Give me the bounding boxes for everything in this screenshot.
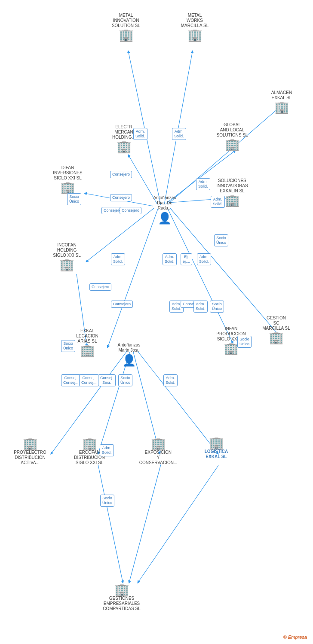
node-difan[interactable]: DIFAN INVERSIONES SIGLO XXI SL 🏢 bbox=[47, 165, 88, 194]
node-logistica-exkal[interactable]: 🏢 LOGISTICA EXKAL SL bbox=[197, 437, 236, 460]
svg-line-1 bbox=[164, 51, 193, 204]
building-icon: 🏢 bbox=[23, 438, 38, 450]
badge-adm-solid-7: Adm.Solid. bbox=[197, 253, 211, 265]
badge-adm-solid-1: Adm.Solid. bbox=[133, 128, 147, 140]
person-icon: 👤 bbox=[122, 354, 136, 367]
svg-line-17 bbox=[138, 465, 218, 583]
building-icon: 🏢 bbox=[274, 101, 289, 113]
node-person-diaz[interactable]: Antoñanzas Diaz De Rada... 👤 bbox=[145, 195, 184, 225]
badge-consejero-1: Consejero bbox=[110, 171, 132, 178]
badge-adm-solid-2: Adm.Solid. bbox=[172, 128, 186, 140]
building-icon: 🏢 bbox=[225, 194, 240, 207]
badge-consej-secr: Consej.Secr. bbox=[98, 374, 116, 386]
badge-ej: Ej.ej.... bbox=[181, 253, 192, 265]
badge-consejero-4: Consejero bbox=[120, 207, 141, 214]
node-metal-innovation[interactable]: METAL INNOVATION SOLUTION SL 🏢 bbox=[107, 13, 145, 41]
badge-adm-solid-3: Adm.Solid. bbox=[196, 178, 210, 190]
building-icon-highlight: 🏢 bbox=[209, 437, 224, 449]
node-global-local[interactable]: GLOBAL AND LOCAL SOLUTIONS SL 🏢 bbox=[211, 122, 254, 151]
badge-consejero-5: Consejero bbox=[89, 283, 111, 291]
svg-line-8 bbox=[168, 209, 233, 343]
building-icon: 🏢 bbox=[59, 259, 74, 271]
badge-adm-solid-10: Adm.Solid. bbox=[163, 374, 178, 386]
node-metal-works[interactable]: METAL WORKS MARCILLA SL 🏢 bbox=[175, 13, 214, 41]
badge-socio-unico-4: SocioÚnico bbox=[237, 336, 252, 348]
badge-socio-unico-2: SocioÚnico bbox=[214, 234, 228, 246]
building-icon: 🏢 bbox=[225, 139, 240, 151]
building-icon: 🏢 bbox=[82, 438, 97, 450]
building-icon: 🏢 bbox=[224, 343, 239, 355]
svg-line-16 bbox=[129, 465, 161, 583]
badge-socio-unico-7: SocioÚnico bbox=[100, 495, 114, 507]
badge-socio-unico-5: SocioÚnico bbox=[61, 340, 75, 352]
building-icon: 🏢 bbox=[80, 345, 95, 357]
node-gestion-sc[interactable]: GESTION SC MARCILLA SL 🏢 bbox=[258, 316, 295, 344]
building-icon: 🏢 bbox=[60, 182, 75, 194]
copyright: © Empresa bbox=[283, 635, 307, 640]
badge-adm-solid-9: Adm.Solid. bbox=[193, 301, 208, 313]
badge-socio-unico-3: SocioÚnico bbox=[210, 301, 224, 313]
person-icon: 👤 bbox=[158, 212, 172, 225]
node-person-marin[interactable]: Antoñanzas Marin Josu 👤 bbox=[110, 343, 148, 367]
node-almacen-exkal[interactable]: ALMACEN EXKAL SL 🏢 bbox=[262, 90, 301, 113]
building-icon: 🏢 bbox=[114, 584, 129, 596]
svg-line-10 bbox=[107, 209, 158, 348]
badge-socio-unico-6: SocioÚnico bbox=[118, 374, 132, 386]
svg-line-15 bbox=[98, 465, 123, 583]
building-icon: 🏢 bbox=[187, 29, 203, 41]
node-proyelectro[interactable]: 🏢 PROYELECTRO DISTRIBUCION ACTIVA... bbox=[9, 438, 52, 466]
building-icon: 🏢 bbox=[269, 332, 284, 344]
badge-consejero-6: Consejero bbox=[111, 301, 133, 308]
badge-adm-solid-4: Adm.Solid. bbox=[211, 196, 225, 208]
node-incofan[interactable]: INCOFAN HOLDING SIGLO XXI SL 🏢 bbox=[46, 243, 87, 271]
badge-adm-solid-11: Adm.Solid. bbox=[100, 444, 114, 456]
badge-consej-1: Consej.Consej... bbox=[61, 374, 81, 386]
badge-socio-unico-1: SocioÚnico bbox=[67, 193, 81, 205]
node-exposicion[interactable]: 🏢 EXPOSICION Y CONSERVACION... bbox=[137, 438, 180, 466]
badge-adm-solid-5: Adm.Solid. bbox=[111, 253, 125, 265]
graph-container: METAL INNOVATION SOLUTION SL 🏢 METAL WOR… bbox=[0, 0, 313, 644]
badge-consejero-2: Consejero bbox=[110, 194, 132, 201]
node-gestiones-empresariales[interactable]: 🏢 GESTIONES EMPRESARIALES COMPARTIDAS SL bbox=[98, 584, 145, 612]
badge-adm-solid-6: Adm.Solid. bbox=[163, 253, 177, 265]
building-icon: 🏢 bbox=[119, 29, 134, 41]
building-icon: 🏢 bbox=[117, 141, 132, 153]
building-icon: 🏢 bbox=[151, 438, 166, 450]
badge-consej-2: Consej.Consej... bbox=[79, 374, 99, 386]
